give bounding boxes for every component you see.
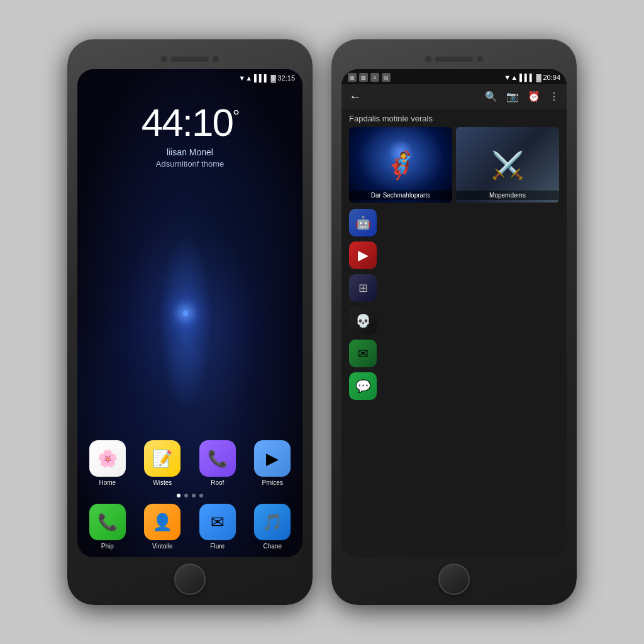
- dock-label-flure: Flure: [210, 543, 225, 550]
- app-home[interactable]: 🌸 Home: [82, 440, 133, 486]
- app-grid: 🌸 Home 📝 Wistes 📞 Roof ▶ Prnices: [82, 440, 297, 486]
- dot-3: [192, 494, 196, 497]
- list-item-robot[interactable]: 🤖: [349, 209, 559, 236]
- dock-label-chane: Chane: [264, 543, 282, 550]
- robot-icon[interactable]: 🤖: [349, 209, 377, 236]
- game-card-2[interactable]: ⚔️ Mopemdems: [456, 127, 559, 203]
- right-status-left: ▦ ▩ A ▤: [348, 73, 391, 82]
- right-signal-icon: ▼▲: [504, 74, 518, 81]
- right-speaker: [435, 57, 473, 62]
- battery-icon: ▓: [270, 74, 275, 82]
- list-item-skull[interactable]: 💀: [349, 307, 559, 335]
- dock-mail-icon[interactable]: ✉: [199, 504, 236, 540]
- game2-figure: ⚔️: [491, 150, 524, 180]
- home-button-left[interactable]: [174, 564, 206, 595]
- list-item-grid[interactable]: ⊞: [349, 274, 559, 302]
- game-card-1[interactable]: 🦸 Dar Sechmahloprarts: [349, 127, 452, 203]
- clock-nav-icon[interactable]: ⏰: [528, 91, 540, 103]
- dock-contacts-icon[interactable]: 👤: [144, 504, 180, 540]
- right-phone: ▦ ▩ A ▤ ▼▲ ▌▌▌ ▓ 20:94 ← 🔍: [331, 39, 577, 605]
- app-roof[interactable]: 📞 Roof: [192, 440, 243, 486]
- camera-nav-icon[interactable]: 📷: [506, 91, 519, 103]
- right-screen: ▦ ▩ A ▤ ▼▲ ▌▌▌ ▓ 20:94 ← 🔍: [341, 69, 567, 557]
- app-icon-play[interactable]: ▶: [254, 440, 291, 477]
- dot-4: [199, 494, 203, 497]
- app-screen: ▦ ▩ A ▤ ▼▲ ▌▌▌ ▓ 20:94 ← 🔍: [341, 69, 567, 557]
- game2-label: Mopemdems: [456, 191, 559, 200]
- home-button-right[interactable]: [438, 564, 470, 595]
- page-dots: [82, 494, 297, 497]
- tiny-icon-3: A: [370, 73, 379, 82]
- games-grid: 🦸 Dar Sechmahloprarts ⚔️ Mopemdems: [341, 127, 567, 206]
- right-camera-dot: [425, 56, 431, 62]
- skull-icon[interactable]: 💀: [349, 307, 377, 335]
- lock-time-display: 44:10°: [77, 103, 303, 142]
- dot-1: [177, 494, 180, 497]
- app-label-home: Home: [99, 479, 116, 486]
- app-icon-photos[interactable]: 🌸: [89, 440, 126, 477]
- right-front-camera: [477, 56, 483, 62]
- app-icon-notes[interactable]: 📝: [144, 440, 180, 477]
- app-label-roof: Roof: [211, 479, 224, 486]
- right-bars-icon: ▌▌▌: [519, 74, 534, 81]
- center-glow: [183, 311, 188, 316]
- camera-area: [161, 56, 219, 62]
- section-title: Fapdalis motinle verals: [341, 109, 567, 127]
- dot-2: [184, 494, 188, 497]
- dock: 📞 Phip 👤 Vintolle ✉ Flure 🎵 Chane: [82, 504, 297, 550]
- front-camera: [213, 56, 219, 62]
- tiny-icon-1: ▦: [348, 73, 357, 82]
- play-icon[interactable]: ▶: [349, 242, 377, 269]
- game1-figure: 🦸: [384, 150, 417, 180]
- camera-dot: [161, 56, 167, 62]
- left-phone-top: [77, 49, 303, 69]
- game1-label: Dar Sechmahloprarts: [349, 191, 452, 200]
- right-nav-bar: ← 🔍 📷 ⏰ ⋮: [341, 84, 567, 109]
- app-list: 🤖 ▶ ⊞ 💀 ✉ 💬: [341, 206, 567, 557]
- list-item-message[interactable]: ✉: [349, 340, 559, 367]
- right-status-time: 20:94: [543, 74, 560, 81]
- dock-label-vintolle: Vintolle: [152, 543, 173, 550]
- list-item-whatsapp[interactable]: 💬: [349, 372, 559, 400]
- speaker-grille: [171, 57, 209, 62]
- dock-phone-icon[interactable]: 📞: [89, 504, 126, 540]
- status-icons: ▼▲ ▌▌▌ ▓ 32:15: [238, 74, 295, 82]
- left-status-bar: ▼▲ ▌▌▌ ▓ 32:15: [77, 69, 303, 84]
- dock-music-icon[interactable]: 🎵: [254, 504, 291, 540]
- right-status-right: ▼▲ ▌▌▌ ▓ 20:94: [504, 74, 560, 81]
- right-status-bar: ▦ ▩ A ▤ ▼▲ ▌▌▌ ▓ 20:94: [341, 69, 567, 84]
- lock-line1: liisan Monel: [77, 147, 303, 157]
- lock-screen: ▼▲ ▌▌▌ ▓ 32:15 44:10° liisan Monel Adsur…: [77, 69, 303, 557]
- left-phone: ▼▲ ▌▌▌ ▓ 32:15 44:10° liisan Monel Adsur…: [67, 39, 313, 605]
- dock-vintolle[interactable]: 👤 Vintolle: [138, 504, 188, 550]
- dock-phip[interactable]: 📞 Phip: [82, 504, 133, 550]
- app-prnices[interactable]: ▶ Prnices: [248, 440, 298, 486]
- app-wistes[interactable]: 📝 Wistes: [138, 440, 188, 486]
- lock-clock: 44:10° liisan Monel Adsurnitionf thome: [77, 84, 303, 169]
- left-screen: ▼▲ ▌▌▌ ▓ 32:15 44:10° liisan Monel Adsur…: [77, 69, 303, 557]
- degree-symbol: °: [233, 106, 238, 126]
- status-time: 32:15: [277, 74, 295, 82]
- back-button[interactable]: ←: [349, 89, 362, 104]
- right-camera-area: [425, 56, 483, 62]
- whatsapp-icon[interactable]: 💬: [349, 372, 377, 400]
- list-item-play[interactable]: ▶: [349, 242, 559, 269]
- signal-icon: ▼▲: [238, 74, 252, 82]
- grid-icon[interactable]: ⊞: [349, 274, 377, 302]
- right-battery-icon: ▓: [536, 74, 541, 81]
- dock-chane[interactable]: 🎵 Chane: [248, 504, 298, 550]
- nav-left: ←: [349, 89, 362, 104]
- search-nav-icon[interactable]: 🔍: [485, 91, 497, 103]
- tiny-icon-2: ▩: [359, 73, 368, 82]
- dock-label-phip: Phip: [101, 543, 114, 550]
- message-icon[interactable]: ✉: [349, 340, 377, 367]
- right-phone-top: [341, 49, 567, 69]
- tiny-icon-4: ▤: [382, 73, 391, 82]
- more-icon[interactable]: ⋮: [549, 91, 559, 103]
- app-label-prnices: Prnices: [262, 479, 283, 486]
- app-icon-roof[interactable]: 📞: [199, 440, 236, 477]
- bars-icon: ▌▌▌: [254, 74, 269, 82]
- dock-flure[interactable]: ✉ Flure: [192, 504, 243, 550]
- nav-right: 🔍 📷 ⏰ ⋮: [485, 91, 559, 103]
- home-apps-area: 🌸 Home 📝 Wistes 📞 Roof ▶ Prnices: [77, 440, 303, 557]
